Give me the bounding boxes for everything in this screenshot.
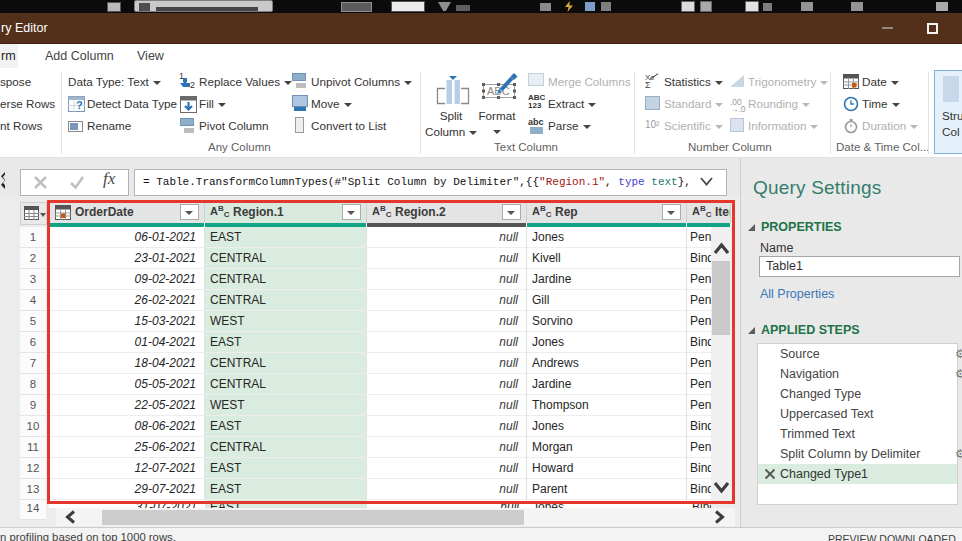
svg-text:?: ? (76, 99, 83, 111)
